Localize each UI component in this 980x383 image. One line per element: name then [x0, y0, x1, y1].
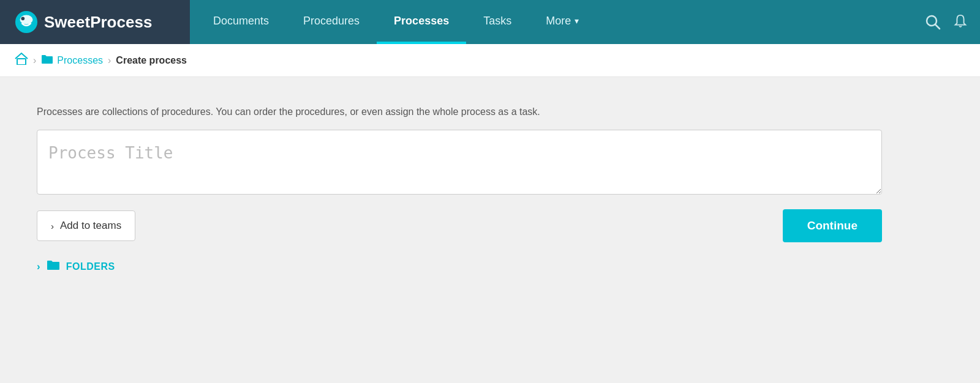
nav-links: Documents Procedures Processes Tasks Mor… [190, 0, 913, 44]
logo-text: SweetProcess [44, 13, 152, 32]
breadcrumb-current: Create process [116, 55, 187, 66]
folder-icon [41, 54, 53, 67]
breadcrumb-sep-2: › [108, 55, 111, 66]
svg-line-4 [935, 24, 940, 29]
bell-button[interactable] [953, 14, 968, 30]
nav-item-tasks[interactable]: Tasks [466, 0, 529, 44]
nav-item-more[interactable]: More ▾ [529, 0, 596, 44]
add-to-teams-button[interactable]: › Add to teams [37, 210, 135, 241]
breadcrumb-processes-label: Processes [57, 55, 103, 66]
nav-icons [913, 0, 980, 44]
add-to-teams-label: Add to teams [60, 220, 121, 232]
main-content: Processes are collections of procedures.… [0, 77, 980, 371]
chevron-down-icon: ▾ [575, 16, 579, 26]
folders-label: FOLDERS [66, 261, 115, 272]
nav-item-procedures[interactable]: Procedures [286, 0, 377, 44]
breadcrumb: › Processes › Create process [0, 44, 980, 77]
search-icon [925, 14, 941, 30]
logo-sweet: Sweet [44, 13, 90, 31]
logo-icon [15, 10, 38, 34]
continue-button[interactable]: Continue [783, 209, 882, 242]
actions-row: › Add to teams Continue [37, 209, 882, 242]
svg-rect-5 [17, 59, 26, 65]
svg-point-2 [21, 17, 24, 20]
nav-item-processes[interactable]: Processes [377, 0, 466, 44]
home-icon[interactable] [15, 53, 28, 68]
breadcrumb-processes-link[interactable]: Processes [41, 54, 103, 67]
folders-chevron-icon: › [37, 261, 40, 273]
logo-area: SweetProcess [0, 0, 190, 44]
breadcrumb-sep-1: › [33, 55, 36, 66]
folders-folder-icon [47, 259, 60, 273]
arrow-right-icon: › [51, 221, 54, 231]
folders-row[interactable]: › FOLDERS [37, 259, 943, 273]
process-title-input[interactable] [37, 130, 882, 195]
search-button[interactable] [925, 14, 941, 30]
bell-icon [953, 14, 968, 30]
nav-item-documents[interactable]: Documents [196, 0, 286, 44]
nav-bar: SweetProcess Documents Procedures Proces… [0, 0, 980, 44]
description-text: Processes are collections of procedures.… [37, 106, 833, 117]
logo-process: Process [90, 13, 152, 31]
